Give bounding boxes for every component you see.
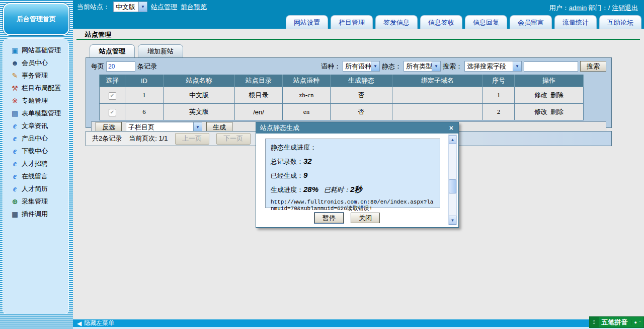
- filter-row: 每页 条记录 语种： 所有语种 ▼ 静态： 所有类型 ▼ 搜索： 选择搜索字段 …: [86, 58, 611, 75]
- hide-menu-bar[interactable]: ◀ 隐藏左菜单: [73, 319, 644, 327]
- sidebar-item[interactable]: 人才招聘: [11, 157, 68, 170]
- sidebar-item[interactable]: 插件调用: [11, 208, 68, 220]
- top-tab[interactable]: 互助论坛: [599, 15, 641, 29]
- top-tab[interactable]: 会员留言: [510, 15, 552, 29]
- sidebar-item[interactable]: 采集管理: [11, 195, 68, 208]
- next-page-button[interactable]: 下一页: [216, 133, 251, 145]
- scrollbar-thumb[interactable]: [449, 179, 456, 193]
- prev-page-button[interactable]: 上一页: [175, 133, 209, 145]
- admin-home-button[interactable]: 后台管理首页: [3, 3, 69, 35]
- sidebar-item-label: 会员中心: [22, 58, 48, 68]
- static-filter-select[interactable]: 所有类型 ▼: [404, 61, 441, 72]
- search-button[interactable]: 搜索: [580, 61, 606, 72]
- sidebar-item-label: 事务管理: [22, 71, 48, 80]
- page-title: 站点管理: [85, 30, 111, 39]
- dialog-buttons: 暂停 关闭: [256, 213, 438, 223]
- current-url-line: http://www.fulltronics.com.cn:80/en/inde…: [271, 199, 435, 212]
- chevron-down-icon[interactable]: ▼: [371, 61, 379, 71]
- col-select: 选择: [100, 75, 125, 87]
- lang-filter-value: 所有语种: [343, 61, 371, 71]
- check-icon: ✔: [110, 109, 114, 115]
- search-input[interactable]: [524, 61, 578, 72]
- site-base-icon: [11, 46, 19, 54]
- logout-link[interactable]: 注销退出: [612, 4, 638, 12]
- total-records-value: 32: [303, 157, 312, 165]
- elapsed-label: 已耗时：: [324, 186, 350, 193]
- dialog-title: 站点静态生成: [260, 123, 448, 133]
- sidebar-item[interactable]: 网站基础管理: [11, 44, 68, 56]
- sidebar-item[interactable]: 人才简历: [11, 182, 68, 195]
- static-generate-dialog: 站点静态生成 × 静态生成进度： 总记录数：32 已经生成：9 生成进度：28%…: [256, 122, 459, 228]
- top-tab[interactable]: 网站设置: [286, 15, 328, 29]
- sidebar-item[interactable]: 在线留言: [11, 170, 68, 182]
- top-tab[interactable]: 信息签收: [420, 15, 462, 29]
- sidebar-item[interactable]: 下载中心: [11, 145, 68, 157]
- cell-id: 6: [125, 104, 164, 120]
- table-row: ✔ 1 中文版 根目录 zh-cn 否 1 修改删除: [100, 87, 584, 104]
- top-tab[interactable]: 栏目管理: [331, 15, 373, 29]
- downloads-icon: [11, 147, 19, 155]
- sidebar-item[interactable]: 会员中心: [11, 56, 68, 69]
- user-name-link[interactable]: admin: [569, 4, 587, 12]
- delete-link[interactable]: 删除: [550, 108, 564, 115]
- user-label: 用户：: [549, 4, 569, 12]
- sidebar-item[interactable]: 表单模型管理: [11, 107, 68, 119]
- check-icon: ✔: [110, 93, 114, 98]
- row-checkbox[interactable]: ✔: [109, 109, 116, 116]
- ime-toolbar: ^^ 五笔拼音 ● ’: [589, 316, 644, 328]
- tab-add-site[interactable]: 增加新站: [138, 44, 183, 58]
- row-checkbox[interactable]: ✔: [109, 92, 116, 100]
- per-page-suffix: 条记录: [137, 62, 157, 71]
- ime-collapse-icon[interactable]: ^^: [590, 317, 599, 327]
- sidebar-item-label: 人才招聘: [22, 159, 48, 168]
- col-site-dir: 站点目录: [235, 75, 283, 87]
- search-field-select[interactable]: 选择搜索字段 ▼: [464, 61, 522, 72]
- chevron-down-icon[interactable]: ▼: [513, 61, 521, 71]
- current-site-select[interactable]: 中文版 ▼: [113, 2, 147, 12]
- sidebar-item[interactable]: 栏目布局配置: [11, 82, 68, 94]
- col-order: 序号: [483, 75, 515, 87]
- resume-icon: [11, 184, 19, 193]
- percent-label: 生成进度：: [271, 186, 303, 193]
- top-tab[interactable]: 流量统计: [554, 15, 597, 29]
- cell-site-lang: zh-cn: [283, 87, 331, 104]
- sidebar-item[interactable]: 事务管理: [11, 69, 68, 82]
- sites-table: 选择 ID 站点名称 站点目录 站点语种 生成静态 绑定子域名 序号 操作 ✔ …: [99, 75, 584, 120]
- sidebar-item[interactable]: 文章资讯: [11, 119, 68, 132]
- chevron-down-icon[interactable]: ▼: [432, 61, 440, 71]
- sidebar-item-label: 采集管理: [22, 197, 48, 206]
- col-site-lang: 站点语种: [283, 75, 331, 87]
- scroll-down-icon[interactable]: ▼: [449, 216, 456, 225]
- sidebar-item[interactable]: 专题管理: [11, 94, 68, 107]
- per-page-input[interactable]: [106, 61, 135, 72]
- current-site-label: 当前站点：: [77, 3, 110, 12]
- close-icon[interactable]: ×: [448, 124, 454, 132]
- pause-button[interactable]: 暂停: [314, 213, 344, 223]
- delete-link[interactable]: 删除: [550, 91, 564, 99]
- sidebar-item-label: 插件调用: [22, 210, 48, 219]
- sidebar-item-label: 文章资讯: [22, 121, 48, 130]
- dialog-scrollbar[interactable]: ▲ ▼: [448, 135, 457, 225]
- total-records-line: 总记录数：32: [271, 157, 435, 166]
- per-page-prefix: 每页: [91, 62, 104, 71]
- front-preview-link[interactable]: 前台预览: [181, 3, 207, 12]
- ime-dot-icon[interactable]: ●: [634, 320, 637, 325]
- member-center-icon: [11, 58, 19, 67]
- ime-punct-icon[interactable]: ’: [639, 320, 640, 325]
- top-tab[interactable]: 签发信息: [375, 15, 418, 29]
- close-button[interactable]: 关闭: [351, 213, 380, 223]
- site-manage-link[interactable]: 站点管理: [151, 3, 177, 12]
- scroll-up-icon[interactable]: ▲: [449, 135, 456, 144]
- top-tab[interactable]: 信息回复: [465, 15, 507, 29]
- edit-link[interactable]: 修改: [534, 108, 547, 115]
- content-tabs: 站点管理 增加新站: [90, 44, 183, 58]
- edit-link[interactable]: 修改: [534, 91, 547, 99]
- sidebar-item[interactable]: 产品中心: [11, 132, 68, 145]
- chevron-down-icon[interactable]: ▼: [138, 2, 147, 12]
- tab-site-manage[interactable]: 站点管理: [90, 44, 135, 58]
- lang-filter-select[interactable]: 所有语种 ▼: [343, 61, 380, 72]
- sidebar: 后台管理首页 网站基础管理 会员中心 事务管理: [0, 0, 73, 329]
- ime-mode-icons[interactable]: ● ’: [631, 320, 643, 325]
- site-manage-panel: 每页 条记录 语种： 所有语种 ▼ 静态： 所有类型 ▼ 搜索： 选择搜索字段 …: [86, 57, 612, 128]
- ime-name[interactable]: 五笔拼音: [599, 318, 631, 327]
